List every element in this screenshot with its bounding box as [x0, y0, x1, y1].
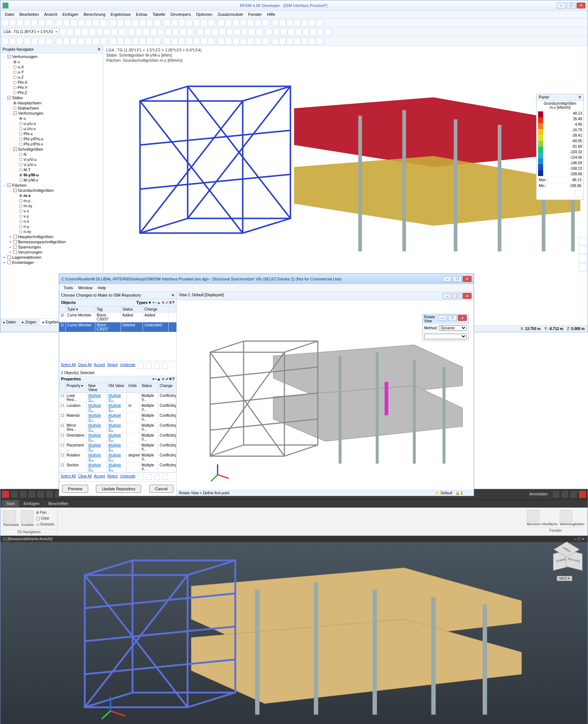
- tb-btn[interactable]: [9, 19, 16, 26]
- nav-tab[interactable]: ▸ Zeigen: [19, 319, 39, 325]
- tb-btn[interactable]: [288, 29, 294, 35]
- ribbon-tab[interactable]: Beschriften: [44, 500, 73, 507]
- tb-btn[interactable]: [234, 29, 240, 35]
- vtool-2[interactable]: [579, 246, 587, 254]
- tree-node[interactable]: Phi-X: [0, 80, 103, 85]
- qat-open[interactable]: [19, 490, 27, 498]
- tb-btn[interactable]: [162, 38, 162, 44]
- tb-btn[interactable]: [193, 38, 200, 44]
- tb-btn[interactable]: [136, 29, 142, 35]
- pan-item[interactable]: ⊕ Pan: [36, 510, 54, 516]
- sync-viewport[interactable]: View 2, Default [Displayset] ‒☐✕ Rotate …: [177, 292, 474, 496]
- tree-node[interactable]: -Stäbe: [0, 95, 103, 100]
- prop-tool-4[interactable]: ✓: [165, 377, 169, 381]
- tb-btn[interactable]: [96, 29, 103, 35]
- changes-pin-icon[interactable]: ✕: [171, 293, 175, 298]
- tb-btn[interactable]: [82, 29, 88, 35]
- tb-btn[interactable]: [240, 19, 247, 26]
- panel-close-icon[interactable]: ✕: [578, 95, 581, 100]
- tb-btn[interactable]: [89, 29, 96, 35]
- tb-btn[interactable]: [195, 29, 196, 35]
- tree-node[interactable]: n-x: [0, 219, 103, 224]
- vtool-1[interactable]: [579, 237, 587, 245]
- tree-node[interactable]: v-x: [0, 208, 103, 214]
- prop-tool-6[interactable]: ?: [172, 377, 175, 381]
- view-min[interactable]: ‒: [443, 293, 452, 299]
- tb-btn[interactable]: [154, 19, 161, 26]
- tb-btn[interactable]: [17, 38, 23, 44]
- acad-ribbon-tabs[interactable]: StartEinfügenBeschriften: [0, 500, 588, 508]
- tb-btn[interactable]: [31, 38, 38, 44]
- tb-btn[interactable]: [139, 38, 146, 44]
- tree-node[interactable]: u-z/u-v: [0, 126, 103, 131]
- tree-node[interactable]: M-z/M-v: [0, 178, 103, 183]
- tb-btn[interactable]: [24, 38, 31, 44]
- tb-btn[interactable]: [108, 19, 108, 26]
- tb-btn[interactable]: [316, 38, 323, 44]
- tb-btn[interactable]: [316, 19, 323, 26]
- sync-menu-item[interactable]: Help: [96, 285, 108, 291]
- tree-node[interactable]: n-xy: [0, 229, 103, 234]
- action-icon[interactable]: [162, 474, 168, 480]
- action-accept[interactable]: Accept: [94, 363, 105, 369]
- menu-tabelle[interactable]: Tabelle: [150, 11, 168, 17]
- tb-btn[interactable]: [325, 29, 331, 35]
- obj-tool-reject[interactable]: ✕: [169, 300, 172, 305]
- qat-print[interactable]: [37, 490, 45, 498]
- property-row[interactable]: ☐OrientationMultiple V...Multiple V...Mu…: [59, 433, 176, 442]
- tree-node[interactable]: -Flächen: [0, 183, 103, 188]
- acad-viewport[interactable]: VORNE RECHTS OBEN WKS ▾: [0, 542, 588, 724]
- rotate-method-select[interactable]: Dynamic: [439, 325, 467, 331]
- tree-node[interactable]: Hauptachsen: [0, 100, 103, 105]
- tree-node[interactable]: -Schnittgrößen: [0, 147, 103, 152]
- tb-btn[interactable]: [233, 38, 239, 44]
- tb-btn[interactable]: [179, 19, 185, 26]
- tb-btn[interactable]: [218, 19, 225, 26]
- menu-ansicht[interactable]: Ansicht: [42, 11, 60, 17]
- view-max[interactable]: ☐: [453, 293, 462, 299]
- view-close[interactable]: ✕: [463, 293, 472, 299]
- tb-btn[interactable]: [63, 38, 70, 44]
- objects-rows[interactable]: ☑Curve MemberBeton C30/37AddedAdded☑Curv…: [59, 312, 176, 332]
- tb-btn[interactable]: [54, 19, 54, 26]
- tb-btn[interactable]: [266, 29, 272, 35]
- tree-node[interactable]: m-x: [0, 193, 103, 198]
- action-icon[interactable]: [138, 474, 144, 480]
- tree-node[interactable]: v-y: [0, 214, 103, 219]
- tb-btn[interactable]: [186, 38, 193, 44]
- tb-btn[interactable]: [264, 29, 264, 35]
- tb-btn[interactable]: [17, 19, 23, 26]
- tb-btn[interactable]: [218, 38, 225, 44]
- tb-btn[interactable]: [126, 29, 127, 35]
- sync-menu-item[interactable]: Window: [76, 285, 95, 291]
- qat-new[interactable]: [10, 490, 18, 498]
- minimize-button[interactable]: ‒: [557, 3, 566, 8]
- action-select-all[interactable]: Select All: [61, 363, 76, 369]
- forward-button[interactable]: [21, 510, 33, 523]
- tb-btn[interactable]: [171, 38, 178, 44]
- tb-btn[interactable]: [226, 29, 233, 35]
- tb-btn[interactable]: [280, 29, 287, 35]
- tb-btn[interactable]: [287, 38, 293, 44]
- tree-node[interactable]: u: [0, 59, 103, 64]
- tb-btn[interactable]: [147, 19, 153, 26]
- tb-btn[interactable]: [46, 19, 53, 26]
- tb-btn[interactable]: [186, 19, 193, 26]
- action-icon[interactable]: [146, 474, 152, 480]
- extents-item[interactable]: ▭ Grenzen: [36, 522, 54, 527]
- action-icon[interactable]: [138, 363, 144, 369]
- tb-btn[interactable]: [197, 29, 204, 35]
- menu-ergebnisse[interactable]: Ergebnisse: [108, 11, 133, 17]
- tb-btn[interactable]: [216, 19, 216, 26]
- tb-btn[interactable]: [111, 29, 118, 35]
- tb-btn[interactable]: [78, 38, 85, 44]
- rotate-view-dialog[interactable]: Rotate View ‒?✕ Method: Dynamic: [422, 314, 469, 341]
- tb-btn[interactable]: [118, 29, 125, 35]
- tb-btn[interactable]: [301, 19, 308, 26]
- action-icon[interactable]: [146, 363, 152, 369]
- acad-max[interactable]: [570, 490, 578, 498]
- rot-close[interactable]: ✕: [458, 315, 467, 321]
- qat-save[interactable]: [28, 490, 36, 498]
- tb-btn[interactable]: [171, 19, 178, 26]
- tb-btn[interactable]: [279, 38, 286, 44]
